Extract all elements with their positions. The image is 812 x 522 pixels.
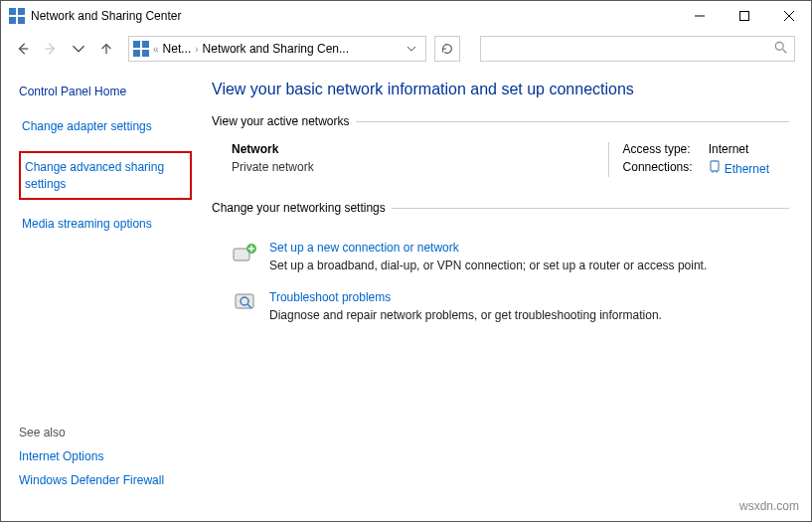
network-block: Network Private network Access type: Int… [212,142,789,201]
option-setup-connection: Set up a new connection or network Set u… [212,237,789,286]
address-bar[interactable]: « Net... › Network and Sharing Cen... [128,36,426,62]
active-networks-section: View your active networks [212,114,789,128]
divider-line [356,121,789,122]
network-info: Network Private network [232,142,594,177]
svg-rect-11 [133,41,140,48]
setup-connection-icon [232,241,259,264]
sidebar: Control Panel Home Change adapter settin… [1,67,200,521]
svg-rect-2 [9,17,16,24]
access-type-value: Internet [709,142,769,156]
network-details: Access type: Internet Connections: Ether… [623,142,769,177]
window-title: Network and Sharing Center [31,9,181,23]
see-also-title: See also [19,426,192,439]
up-button[interactable] [94,37,118,61]
vertical-separator [608,142,609,177]
network-name: Network [232,142,594,156]
chevron-right-icon: › [195,44,198,55]
svg-point-15 [775,42,783,50]
svg-line-16 [783,49,787,53]
connection-link[interactable]: Ethernet [725,162,769,176]
back-button[interactable] [11,37,35,61]
network-type: Private network [232,160,594,174]
main-panel: View your basic network information and … [200,67,811,521]
breadcrumb-seg-2[interactable]: Network and Sharing Cen... [203,42,349,56]
search-box[interactable] [480,36,795,62]
svg-rect-0 [9,8,16,15]
address-icon [133,41,149,57]
access-type-label: Access type: [623,142,693,156]
chevron-left-icon: « [153,44,159,55]
svg-rect-3 [18,17,25,24]
connections-value[interactable]: Ethernet [709,160,769,177]
option-desc: Set up a broadband, dial-up, or VPN conn… [269,259,707,272]
maximize-button[interactable] [722,2,766,30]
option-text: Set up a new connection or network Set u… [269,241,707,272]
refresh-button[interactable] [434,36,460,62]
forward-button[interactable] [39,37,63,61]
address-dropdown[interactable] [402,37,421,61]
svg-rect-12 [142,41,149,48]
ethernet-icon [709,160,721,177]
app-icon [9,8,25,24]
see-also-defender-firewall[interactable]: Windows Defender Firewall [19,473,192,487]
svg-rect-14 [142,50,149,57]
search-input[interactable] [487,42,774,56]
close-button[interactable] [766,2,811,30]
divider-line [392,208,789,209]
svg-rect-1 [18,8,25,15]
watermark: wsxdn.com [739,499,799,513]
navbar: « Net... › Network and Sharing Cen... [1,31,811,67]
page-heading: View your basic network information and … [212,81,789,98]
svg-rect-17 [711,161,719,171]
options-block: Set up a new connection or network Set u… [212,229,789,336]
recent-dropdown[interactable] [67,37,90,61]
window-controls [677,2,811,30]
sidebar-link-media-streaming[interactable]: Media streaming options [19,214,192,235]
control-panel-home-link[interactable]: Control Panel Home [19,85,192,98]
option-title[interactable]: Set up a new connection or network [269,241,707,255]
sidebar-link-adapter[interactable]: Change adapter settings [19,116,192,137]
troubleshoot-icon [232,290,259,314]
see-also-block: See also Internet Options Windows Defend… [19,426,192,497]
sidebar-link-advanced-sharing[interactable]: Change advanced sharing settings [19,151,192,201]
see-also-internet-options[interactable]: Internet Options [19,449,192,463]
change-settings-section: Change your networking settings [212,201,789,215]
breadcrumb-seg-1[interactable]: Net... [163,42,192,56]
minimize-button[interactable] [677,2,722,30]
option-desc: Diagnose and repair network problems, or… [269,308,662,322]
svg-rect-22 [236,294,253,308]
titlebar: Network and Sharing Center [1,1,811,31]
connections-label: Connections: [623,160,693,177]
option-troubleshoot: Troubleshoot problems Diagnose and repai… [212,286,789,336]
change-settings-label: Change your networking settings [212,201,386,215]
svg-rect-13 [133,50,140,57]
option-title[interactable]: Troubleshoot problems [269,290,662,304]
svg-rect-5 [739,12,748,21]
search-icon[interactable] [774,41,788,58]
option-text: Troubleshoot problems Diagnose and repai… [269,290,662,322]
active-networks-label: View your active networks [212,114,350,128]
content-area: Control Panel Home Change adapter settin… [1,67,811,521]
